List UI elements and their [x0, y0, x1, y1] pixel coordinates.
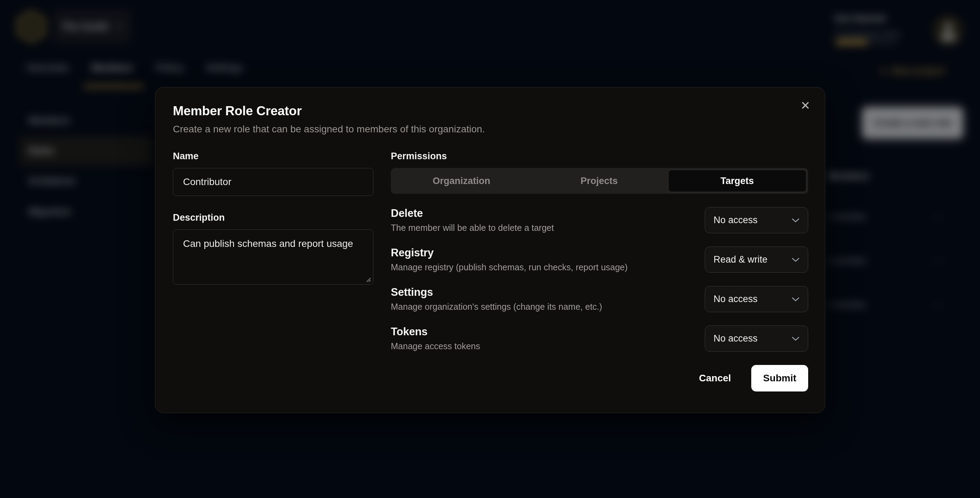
submit-button[interactable]: Submit [751, 365, 808, 391]
chevron-down-icon [792, 218, 799, 223]
permission-description: Manage registry (publish schemas, run ch… [391, 262, 628, 272]
permission-row-settings: Settings Manage organization's settings … [391, 286, 808, 312]
permission-row-registry: Registry Manage registry (publish schema… [391, 247, 808, 273]
chevron-down-icon [792, 258, 799, 262]
permissions-label: Permissions [391, 151, 447, 161]
description-label: Description [173, 212, 373, 223]
role-description-input[interactable]: Can publish schemas and report usage [173, 229, 373, 285]
permission-row-delete: Delete The member will be able to delete… [391, 207, 808, 233]
selected-value: No access [714, 333, 757, 344]
delete-access-select[interactable]: No access [705, 207, 808, 233]
member-role-creator-dialog: ✕ Member Role Creator Create a new role … [155, 87, 825, 413]
permission-description: Manage organization's settings (change i… [391, 302, 602, 312]
permission-description: Manage access tokens [391, 341, 480, 351]
permission-name: Settings [391, 286, 602, 299]
permissions-column: Permissions Organization Projects Target… [391, 151, 808, 391]
permission-row-tokens: Tokens Manage access tokens No access [391, 326, 808, 352]
permission-name: Delete [391, 207, 554, 220]
registry-access-select[interactable]: Read & write [705, 247, 808, 273]
permission-rows: Delete The member will be able to delete… [391, 207, 808, 352]
permission-name: Tokens [391, 326, 480, 338]
tab-organization[interactable]: Organization [393, 170, 530, 192]
resize-grip-icon[interactable] [365, 276, 371, 283]
chevron-down-icon [792, 336, 799, 341]
description-wrapper: Can publish schemas and report usage [173, 229, 373, 286]
role-identity-column: Name Description Can publish schemas and… [173, 151, 373, 391]
tab-targets[interactable]: Targets [668, 170, 807, 192]
selected-value: No access [714, 215, 757, 226]
tokens-access-select[interactable]: No access [705, 326, 808, 352]
dialog-subtitle: Create a new role that can be assigned t… [173, 124, 807, 135]
permission-text: Delete The member will be able to delete… [391, 207, 554, 233]
permission-text: Registry Manage registry (publish schema… [391, 247, 628, 273]
app-root: The Guild Get Started 3 remaining tasks … [0, 0, 980, 498]
permission-text: Settings Manage organization's settings … [391, 286, 602, 312]
close-icon[interactable]: ✕ [798, 98, 813, 113]
permission-name: Registry [391, 247, 628, 259]
dialog-title: Member Role Creator [173, 104, 807, 118]
chevron-down-icon [792, 297, 799, 302]
selected-value: No access [714, 294, 757, 304]
permission-description: The member will be able to delete a targ… [391, 223, 554, 233]
role-name-input[interactable] [173, 168, 373, 196]
selected-value: Read & write [714, 254, 768, 265]
permission-text: Tokens Manage access tokens [391, 326, 480, 352]
cancel-button[interactable]: Cancel [697, 372, 733, 384]
dialog-actions: Cancel Submit [391, 365, 808, 391]
settings-access-select[interactable]: No access [705, 286, 808, 312]
permissions-tab-group: Organization Projects Targets [391, 168, 808, 194]
name-label: Name [173, 151, 199, 161]
tab-projects[interactable]: Projects [530, 170, 668, 192]
